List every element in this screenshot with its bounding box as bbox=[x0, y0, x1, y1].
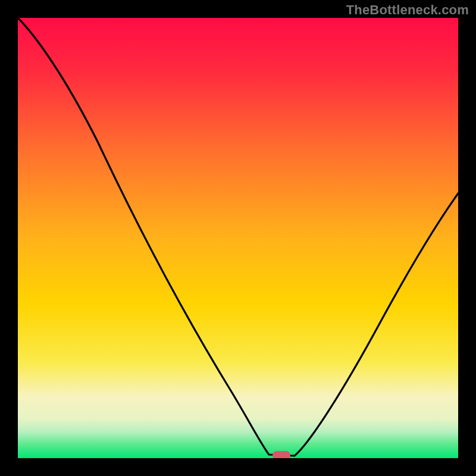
min-marker bbox=[273, 451, 290, 459]
plot-background bbox=[18, 18, 458, 458]
bottleneck-chart bbox=[0, 0, 476, 476]
